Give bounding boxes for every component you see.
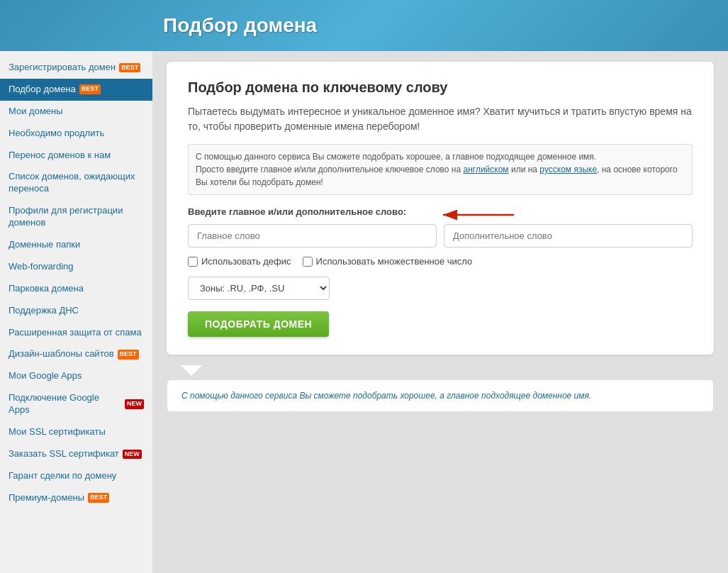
zone-select-wrapper: Зоны: .RU, .РФ, .SUЗоны: .RUЗоны: .РФЗон…	[188, 277, 693, 300]
info-line2: Просто введите главное и/или дополнитель…	[196, 165, 463, 174]
sidebar-item-folders[interactable]: Доменные папки	[0, 234, 152, 256]
sidebar-item-label: Парковка домена	[9, 283, 84, 295]
checkbox-dash[interactable]	[188, 257, 198, 267]
arrow-indicator	[436, 201, 521, 229]
submit-button[interactable]: ПОДОБРАТЬ ДОМЕН	[188, 311, 329, 337]
sidebar-badge-pick: BEST	[79, 84, 101, 94]
sidebar-badge-google-connect: NEW	[125, 399, 144, 409]
sidebar-badge-register: BEST	[119, 63, 140, 73]
sidebar-item-deal[interactable]: Гарант сделки по домену	[0, 465, 152, 487]
sidebar-item-google-apps[interactable]: Мои Google Apps	[0, 365, 152, 387]
sidebar-item-label: Профили для регистрации доменов	[9, 205, 144, 229]
page-header: Подбор домена	[0, 0, 728, 51]
sidebar-item-label: Перенос доменов к нам	[9, 150, 111, 162]
sidebar-item-transfer[interactable]: Перенос доменов к нам	[0, 145, 152, 167]
checkbox-plural-label[interactable]: Использовать множественное число	[303, 256, 473, 267]
sidebar-item-label: Необходимо продлить	[9, 128, 104, 140]
sidebar-item-antispam[interactable]: Расширенная защита от спама	[0, 322, 152, 344]
sidebar-item-my-domains[interactable]: Мои домены	[0, 101, 152, 123]
sidebar-item-label: Список доменов, ожидающих переноса	[9, 171, 144, 195]
sidebar-badge-ssl-order: NEW	[123, 450, 142, 460]
triangle-decoration	[181, 365, 202, 376]
sidebar-item-google-connect[interactable]: Подключение Google AppsNEW	[0, 387, 152, 421]
sidebar-item-label: Зарегистрировать домен	[9, 62, 116, 74]
checkbox-dash-label[interactable]: Использовать дефис	[188, 256, 291, 267]
content-area: Подбор домена по ключевому слову Пытаете…	[152, 51, 728, 573]
form-label: Введите главное и/или дополнительное сло…	[188, 206, 406, 217]
info-link-russian[interactable]: русском языке	[539, 165, 597, 174]
page-title: Подбор домена	[163, 14, 707, 37]
checkbox-plural[interactable]	[303, 257, 313, 267]
sidebar-item-ssl-order[interactable]: Заказать SSL сертификатNEW	[0, 443, 152, 465]
sidebar-item-renew[interactable]: Необходимо продлить	[0, 123, 152, 145]
form-label-row: Введите главное и/или дополнительное сло…	[188, 206, 693, 217]
sidebar-item-label: Расширенная защита от спама	[9, 327, 142, 339]
sidebar-item-webforward[interactable]: Web-forwarding	[0, 256, 152, 278]
card-title: Подбор домена по ключевому слову	[188, 79, 693, 96]
result-area: С помощью данного сервиса Вы сможете под…	[167, 379, 714, 412]
sidebar-item-label: Дизайн-шаблоны сайтов	[9, 348, 114, 360]
sidebar-item-label: Гарант сделки по домену	[9, 470, 116, 482]
main-word-input[interactable]	[188, 224, 437, 247]
sidebar-item-transfer-list[interactable]: Список доменов, ожидающих переноса	[0, 166, 152, 200]
sidebar-item-label: Доменные папки	[9, 239, 80, 251]
sidebar-item-label: Премиум-домены	[9, 492, 84, 504]
sidebar-item-ssl-my[interactable]: Мои SSL сертификаты	[0, 421, 152, 443]
sidebar-item-label: Мои SSL сертификаты	[9, 426, 106, 438]
zone-select[interactable]: Зоны: .RU, .РФ, .SUЗоны: .RUЗоны: .РФЗон…	[188, 277, 330, 300]
sidebar-item-label: Поддержка ДНС	[9, 305, 79, 317]
info-link-english[interactable]: английском	[463, 165, 508, 174]
sidebar-item-profiles[interactable]: Профили для регистрации доменов	[0, 200, 152, 234]
sidebar-item-label: Мои Google Apps	[9, 370, 82, 382]
sidebar-item-design[interactable]: Дизайн-шаблоны сайтовBEST	[0, 343, 152, 365]
sidebar-item-pick[interactable]: Подбор доменаBEST	[0, 79, 152, 101]
sidebar-item-parking[interactable]: Парковка домена	[0, 278, 152, 300]
sidebar-item-label: Подключение Google Apps	[9, 392, 121, 416]
info-line1: С помощью данного сервиса Вы сможете под…	[196, 152, 596, 162]
sidebar-badge-design: BEST	[118, 350, 139, 360]
sidebar-item-label: Мои домены	[9, 106, 63, 118]
sidebar-item-dns[interactable]: Поддержка ДНС	[0, 300, 152, 322]
main-card: Подбор домена по ключевому слову Пытаете…	[167, 62, 714, 355]
sidebar-item-label: Заказать SSL сертификат	[9, 448, 119, 460]
sidebar-badge-premium: BEST	[88, 493, 109, 503]
sidebar-item-premium[interactable]: Премиум-доменыBEST	[0, 487, 152, 509]
sidebar-item-label: Web-forwarding	[9, 261, 74, 273]
info-box: С помощью данного сервиса Вы сможете под…	[188, 144, 693, 195]
checkbox-row: Использовать дефис Использовать множеств…	[188, 256, 693, 267]
card-subtitle: Пытаетесь выдумать интересное и уникальн…	[188, 104, 693, 134]
sidebar: Зарегистрировать доменBESTПодбор доменаB…	[0, 51, 152, 573]
main-wrapper: Зарегистрировать доменBESTПодбор доменаB…	[0, 51, 728, 573]
sidebar-item-register[interactable]: Зарегистрировать доменBEST	[0, 57, 152, 79]
result-text: С помощью данного сервиса Вы сможете под…	[181, 391, 699, 401]
sidebar-item-label: Подбор домена	[9, 84, 76, 96]
